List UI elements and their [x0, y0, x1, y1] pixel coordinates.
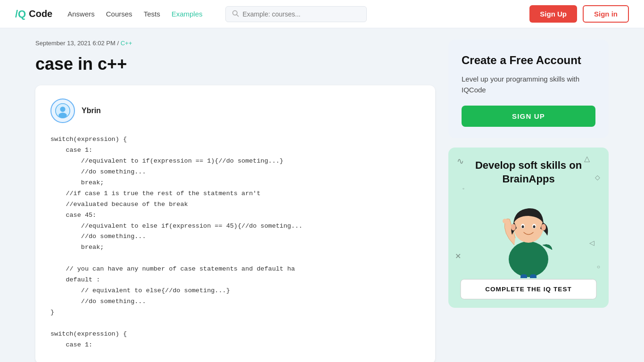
breadcrumb-separator: / [117, 40, 120, 47]
header: /Q Code Answers Courses Tests Examples S… [0, 0, 644, 28]
svg-line-1 [237, 15, 239, 16]
svg-point-14 [541, 224, 546, 230]
svg-rect-16 [530, 274, 537, 278]
main-nav: Answers Courses Tests Examples [67, 10, 202, 18]
nav-answers[interactable]: Answers [67, 10, 95, 18]
brainapps-title: Develop soft skills on BrainApps [460, 159, 597, 186]
deco-6: ◦ [462, 185, 464, 192]
brainapps-illustration [481, 184, 576, 280]
page-container: September 13, 2021 6:02 PM / C++ case in… [20, 28, 624, 362]
header-actions: Sign Up Sign in [529, 5, 629, 23]
nav-tests[interactable]: Tests [144, 10, 160, 18]
nav-examples[interactable]: Examples [172, 10, 203, 18]
sidebar: Create a Free Account Level up your prog… [448, 40, 609, 362]
page-title: case in c++ [35, 54, 435, 74]
free-account-title: Create a Free Account [462, 53, 595, 67]
free-account-signup-button[interactable]: SIGN UP [462, 106, 595, 127]
signin-button[interactable]: Sign in [583, 5, 629, 23]
search-box [225, 6, 367, 22]
logo-icon: /Q [15, 8, 26, 20]
iq-test-button[interactable]: COMPLETE THE IQ TEST [461, 279, 597, 299]
free-account-description: Level up your programming skills with IQ… [462, 74, 595, 95]
main-content: September 13, 2021 6:02 PM / C++ case in… [35, 40, 435, 362]
deco-5: ○ [597, 263, 600, 270]
logo-text: Code [29, 8, 52, 19]
breadcrumb-date: September 13, 2021 6:02 PM [35, 40, 116, 47]
svg-point-3 [60, 107, 65, 112]
code-card: Ybrin switch(expression) { case 1: //equ… [35, 85, 435, 362]
signup-button[interactable]: Sign Up [529, 5, 577, 23]
svg-point-7 [503, 219, 507, 223]
logo[interactable]: /Q Code [15, 8, 52, 20]
search-icon [231, 9, 239, 19]
free-account-card: Create a Free Account Level up your prog… [448, 40, 609, 138]
code-block: switch(expression) { case 1: //equivalen… [50, 134, 420, 351]
deco-4: ✕ [455, 252, 461, 261]
breadcrumb: September 13, 2021 6:02 PM / C++ [35, 40, 435, 47]
svg-point-13 [511, 224, 516, 230]
brainapps-card: ∿ △ ◇ ✕ ○ ◦ ◁ · Develop soft skills on B… [448, 148, 609, 308]
breadcrumb-category[interactable]: C++ [121, 40, 132, 47]
nav-courses[interactable]: Courses [106, 10, 132, 18]
deco-7: ◁ [589, 239, 594, 247]
author-name: Ybrin [82, 107, 101, 115]
search-input[interactable] [243, 10, 361, 18]
svg-rect-15 [520, 274, 527, 278]
author-row: Ybrin [50, 99, 420, 123]
svg-point-6 [509, 241, 548, 277]
avatar [50, 99, 75, 123]
svg-point-12 [533, 225, 536, 228]
svg-point-10 [522, 225, 524, 228]
